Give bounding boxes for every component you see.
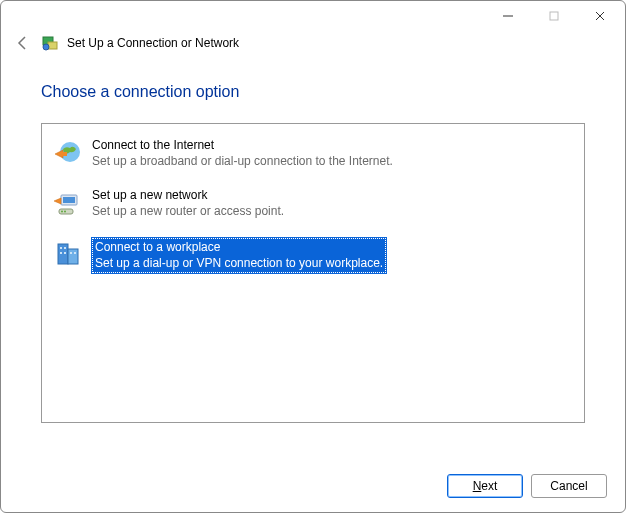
- wizard-title: Set Up a Connection or Network: [67, 36, 239, 50]
- page-heading: Choose a connection option: [41, 83, 585, 101]
- wizard-header: Set Up a Connection or Network: [1, 31, 625, 61]
- footer-buttons: Next Cancel: [447, 474, 607, 498]
- svg-rect-18: [60, 252, 62, 254]
- option-connect-workplace[interactable]: Connect to a workplace Set up a dial-up …: [46, 234, 580, 277]
- building-icon: [52, 238, 84, 270]
- minimize-button[interactable]: [485, 1, 531, 31]
- svg-point-6: [43, 44, 49, 50]
- option-desc: Set up a dial-up or VPN connection to yo…: [95, 256, 383, 272]
- svg-rect-8: [61, 152, 67, 156]
- option-desc: Set up a broadband or dial-up connection…: [92, 154, 393, 170]
- option-desc: Set up a new router or access point.: [92, 204, 284, 220]
- svg-rect-14: [58, 244, 68, 264]
- svg-rect-16: [60, 247, 62, 249]
- svg-rect-20: [70, 252, 72, 254]
- option-title: Connect to the Internet: [92, 138, 393, 154]
- svg-rect-15: [68, 249, 78, 264]
- svg-rect-10: [63, 197, 75, 203]
- close-button[interactable]: [577, 1, 623, 31]
- svg-point-13: [64, 211, 66, 213]
- back-button[interactable]: [13, 33, 33, 53]
- option-title: Connect to a workplace: [95, 240, 383, 256]
- next-button[interactable]: Next: [447, 474, 523, 498]
- option-connect-internet[interactable]: Connect to the Internet Set up a broadba…: [46, 134, 580, 174]
- svg-point-12: [61, 211, 63, 213]
- titlebar: [1, 1, 625, 31]
- svg-rect-19: [64, 252, 66, 254]
- content-area: Choose a connection option Connect to th…: [1, 61, 625, 423]
- option-title: Set up a new network: [92, 188, 284, 204]
- svg-rect-17: [64, 247, 66, 249]
- svg-rect-1: [550, 12, 558, 20]
- maximize-button[interactable]: [531, 1, 577, 31]
- globe-icon: [52, 138, 84, 170]
- wizard-icon: [41, 34, 59, 52]
- router-icon: [52, 188, 84, 220]
- svg-rect-21: [74, 252, 76, 254]
- cancel-button[interactable]: Cancel: [531, 474, 607, 498]
- option-new-network[interactable]: Set up a new network Set up a new router…: [46, 184, 580, 224]
- options-panel: Connect to the Internet Set up a broadba…: [41, 123, 585, 423]
